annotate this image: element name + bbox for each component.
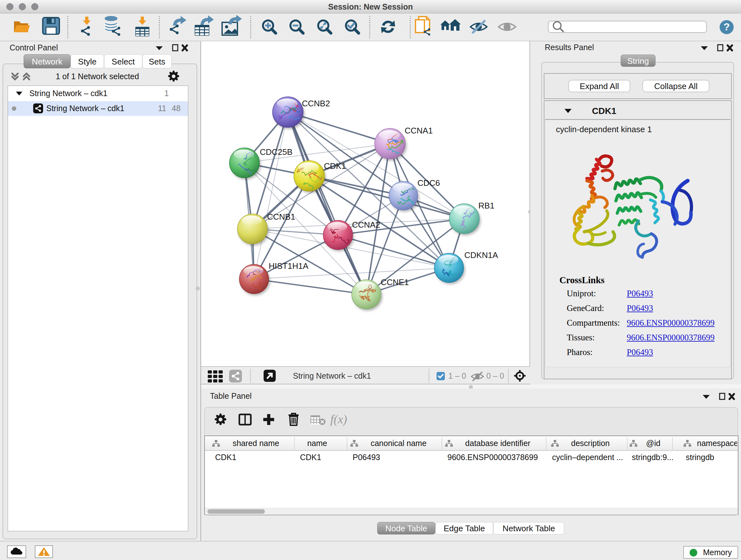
svg-text:CDK1: CDK1 (324, 161, 346, 171)
svg-text:CCNE1: CCNE1 (381, 277, 409, 287)
svg-text:CCNB2: CCNB2 (302, 99, 330, 108)
svg-text:CCNA1: CCNA1 (405, 126, 433, 135)
svg-text:CDC6: CDC6 (417, 178, 440, 188)
svg-text:CCNB1: CCNB1 (267, 212, 295, 222)
svg-text:HIST1H1A: HIST1H1A (269, 261, 309, 271)
svg-text:?: ? (724, 21, 730, 33)
svg-text:CCNA2: CCNA2 (352, 220, 380, 230)
svg-text:CDC25B: CDC25B (260, 147, 293, 157)
svg-text:CDKN1A: CDKN1A (464, 250, 498, 260)
svg-text:RB1: RB1 (478, 201, 495, 210)
